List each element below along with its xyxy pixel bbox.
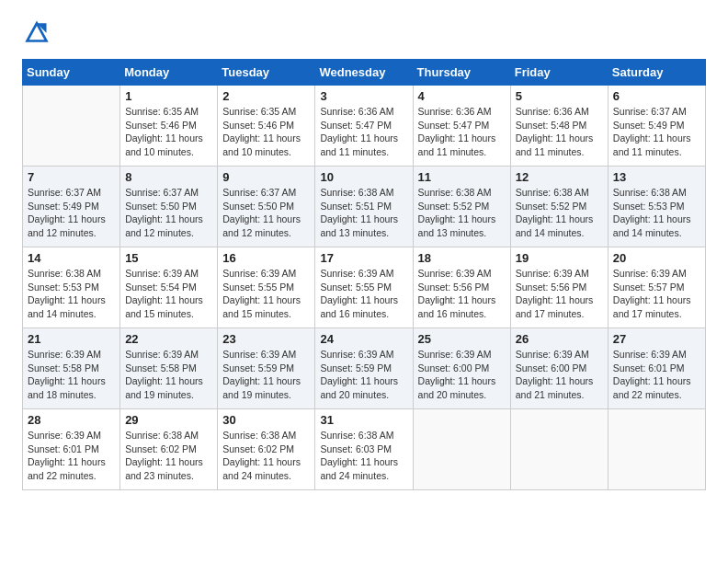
cell-line: and 19 minutes. (125, 388, 212, 402)
cell-line: Sunset: 5:47 PM (418, 119, 506, 132)
day-number: 24 (320, 332, 407, 346)
cell-line: and 21 minutes. (516, 388, 603, 402)
cell-line: Daylight: 11 hours (418, 213, 506, 226)
cell-line: Sunset: 5:56 PM (516, 281, 603, 294)
cell-line: and 22 minutes. (28, 469, 115, 483)
cell-line: Sunrise: 6:38 AM (222, 429, 310, 442)
cell-line: and 12 minutes. (28, 226, 115, 240)
cell-line: Sunrise: 6:37 AM (613, 105, 700, 119)
day-number: 15 (125, 251, 212, 265)
cell-line: Sunset: 5:52 PM (418, 200, 506, 213)
cell-line: Sunset: 5:59 PM (222, 362, 310, 375)
calendar-cell: 17Sunrise: 6:39 AMSunset: 5:55 PMDayligh… (315, 247, 413, 328)
cell-line: Sunrise: 6:39 AM (222, 348, 310, 362)
cell-line: and 10 minutes. (125, 145, 212, 159)
cell-line: and 17 minutes. (516, 307, 603, 321)
cell-line: Daylight: 11 hours (125, 132, 212, 145)
day-number: 21 (28, 332, 115, 346)
cell-line: Daylight: 11 hours (125, 455, 212, 469)
calendar-col-header: Saturday (608, 60, 705, 86)
calendar-cell: 18Sunrise: 6:39 AMSunset: 5:56 PMDayligh… (413, 247, 510, 328)
cell-line: and 24 minutes. (320, 469, 407, 483)
cell-line: Sunrise: 6:38 AM (28, 267, 115, 281)
cell-line: and 17 minutes. (613, 307, 700, 321)
cell-line: Sunset: 5:52 PM (516, 200, 603, 213)
cell-line: Sunset: 5:59 PM (320, 362, 407, 375)
calendar-cell: 1Sunrise: 6:35 AMSunset: 5:46 PMDaylight… (120, 86, 218, 167)
cell-line: Sunrise: 6:39 AM (320, 267, 407, 281)
calendar-cell: 15Sunrise: 6:39 AMSunset: 5:54 PMDayligh… (120, 247, 218, 328)
cell-line: and 11 minutes. (320, 145, 407, 159)
cell-line: Sunrise: 6:36 AM (320, 105, 407, 119)
cell-line: Sunrise: 6:39 AM (418, 267, 506, 281)
day-number: 2 (222, 89, 310, 103)
cell-line: and 10 minutes. (222, 145, 310, 159)
cell-line: Sunset: 5:54 PM (125, 281, 212, 294)
cell-line: Sunrise: 6:39 AM (516, 267, 603, 281)
cell-line: Sunrise: 6:39 AM (125, 348, 212, 362)
cell-line: Daylight: 11 hours (320, 132, 407, 145)
calendar-cell: 23Sunrise: 6:39 AMSunset: 5:59 PMDayligh… (218, 328, 315, 409)
calendar-cell: 28Sunrise: 6:39 AMSunset: 6:01 PMDayligh… (23, 409, 120, 490)
day-number: 31 (320, 413, 407, 427)
day-number: 20 (613, 251, 700, 265)
cell-line: and 16 minutes. (418, 307, 506, 321)
cell-line: Sunrise: 6:39 AM (222, 267, 310, 281)
cell-line: Sunrise: 6:39 AM (516, 348, 603, 362)
cell-line: Daylight: 11 hours (125, 374, 212, 388)
cell-line: and 22 minutes. (613, 388, 700, 402)
logo (22, 18, 51, 48)
calendar-cell: 10Sunrise: 6:38 AMSunset: 5:51 PMDayligh… (315, 167, 413, 247)
cell-line: Sunset: 5:49 PM (28, 200, 115, 213)
cell-line: Sunset: 5:55 PM (222, 281, 310, 294)
page-header (22, 18, 706, 48)
day-number: 25 (418, 332, 506, 346)
cell-line: Sunset: 5:51 PM (320, 200, 407, 213)
cell-line: Sunrise: 6:36 AM (516, 105, 603, 119)
calendar-cell: 16Sunrise: 6:39 AMSunset: 5:55 PMDayligh… (218, 247, 315, 328)
cell-line: and 11 minutes. (516, 145, 603, 159)
calendar-cell: 14Sunrise: 6:38 AMSunset: 5:53 PMDayligh… (23, 247, 120, 328)
cell-line: Sunrise: 6:37 AM (28, 186, 115, 200)
calendar-col-header: Thursday (413, 60, 510, 86)
calendar-table: SundayMondayTuesdayWednesdayThursdayFrid… (22, 59, 706, 490)
cell-line: Sunrise: 6:38 AM (320, 186, 407, 200)
cell-line: Sunrise: 6:38 AM (613, 186, 700, 200)
cell-line: Daylight: 11 hours (516, 213, 603, 226)
logo-icon (24, 18, 50, 44)
cell-line: Daylight: 11 hours (613, 213, 700, 226)
calendar-cell: 24Sunrise: 6:39 AMSunset: 5:59 PMDayligh… (315, 328, 413, 409)
day-number: 7 (28, 170, 115, 184)
cell-line: Daylight: 11 hours (516, 132, 603, 145)
cell-line: Sunset: 5:46 PM (125, 119, 212, 132)
calendar-col-header: Friday (510, 60, 608, 86)
calendar-col-header: Wednesday (315, 60, 413, 86)
calendar-week-row: 7Sunrise: 6:37 AMSunset: 5:49 PMDaylight… (23, 167, 706, 247)
cell-line: Sunrise: 6:37 AM (125, 186, 212, 200)
calendar-cell: 12Sunrise: 6:38 AMSunset: 5:52 PMDayligh… (510, 167, 608, 247)
cell-line: Daylight: 11 hours (28, 293, 115, 307)
cell-line: Daylight: 11 hours (222, 374, 310, 388)
day-number: 1 (125, 89, 212, 103)
cell-line: Sunset: 6:02 PM (222, 442, 310, 456)
cell-line: Daylight: 11 hours (222, 293, 310, 307)
calendar-cell: 20Sunrise: 6:39 AMSunset: 5:57 PMDayligh… (608, 247, 705, 328)
cell-line: Sunrise: 6:39 AM (320, 348, 407, 362)
cell-line: Sunrise: 6:35 AM (125, 105, 212, 119)
day-number: 14 (28, 251, 115, 265)
cell-line: Sunset: 5:57 PM (613, 281, 700, 294)
day-number: 26 (516, 332, 603, 346)
calendar-col-header: Sunday (23, 60, 120, 86)
calendar-cell: 19Sunrise: 6:39 AMSunset: 5:56 PMDayligh… (510, 247, 608, 328)
cell-line: Daylight: 11 hours (222, 213, 310, 226)
cell-line: Sunset: 5:47 PM (320, 119, 407, 132)
cell-line: Sunrise: 6:39 AM (613, 348, 700, 362)
cell-line: and 20 minutes. (418, 388, 506, 402)
day-number: 6 (613, 89, 700, 103)
calendar-header-row: SundayMondayTuesdayWednesdayThursdayFrid… (23, 60, 706, 86)
cell-line: Daylight: 11 hours (418, 374, 506, 388)
cell-line: and 14 minutes. (613, 226, 700, 240)
cell-line: Daylight: 11 hours (28, 455, 115, 469)
cell-line: Daylight: 11 hours (613, 132, 700, 145)
cell-line: Sunset: 6:01 PM (28, 442, 115, 456)
